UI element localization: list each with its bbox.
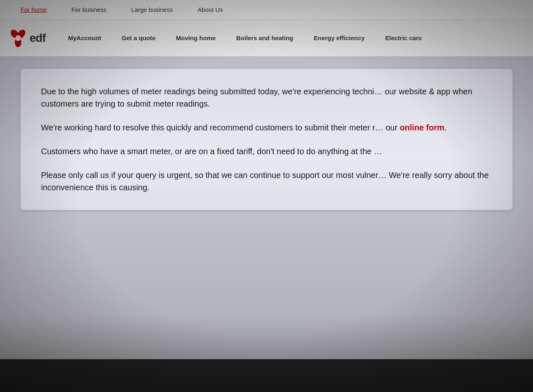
nav-get-a-quote[interactable]: Get a quote [112, 20, 166, 56]
nav-my-account[interactable]: MyAccount [58, 20, 112, 56]
top-nav-for-home[interactable]: For home [8, 0, 59, 19]
main-nav-items: MyAccount Get a quote Moving home Boiler… [58, 20, 525, 56]
top-nav: For home For business Large business Abo… [0, 0, 533, 20]
main-nav: edf MyAccount Get a quote Moving home Bo… [0, 20, 533, 57]
nav-energy-efficiency[interactable]: Energy efficiency [303, 20, 375, 56]
nav-moving-home[interactable]: Moving home [166, 20, 226, 56]
notice-paragraph-1: Due to the high volumes of meter reading… [41, 85, 492, 110]
notice-online-form-link[interactable]: online form [400, 123, 444, 132]
top-nav-for-business[interactable]: For business [59, 0, 119, 19]
svg-point-3 [15, 35, 21, 41]
nav-electric-cars[interactable]: Electric cars [375, 20, 432, 56]
logo-area[interactable]: edf [8, 28, 46, 48]
notice-paragraph-2-after: . [444, 123, 447, 132]
edf-logo: edf [8, 28, 46, 48]
notice-paragraph-2: We're working hard to resolve this quick… [41, 121, 492, 134]
notice-paragraph-2-text: We're working hard to resolve this quick… [41, 123, 400, 132]
notice-paragraph-4: Please only call us if your query is urg… [41, 169, 492, 194]
content-wrapper: Due to the high volumes of meter reading… [0, 57, 533, 359]
top-nav-about-us[interactable]: About Us [185, 0, 235, 19]
notice-card: Due to the high volumes of meter reading… [20, 69, 512, 210]
top-nav-large-business[interactable]: Large business [119, 0, 185, 19]
edf-flower-icon [8, 28, 28, 48]
nav-boilers-heating[interactable]: Boilers and heating [226, 20, 303, 56]
footer-dark-bar [0, 359, 533, 392]
edf-logo-text: edf [30, 32, 46, 45]
notice-paragraph-3: Customers who have a smart meter, or are… [41, 145, 492, 157]
